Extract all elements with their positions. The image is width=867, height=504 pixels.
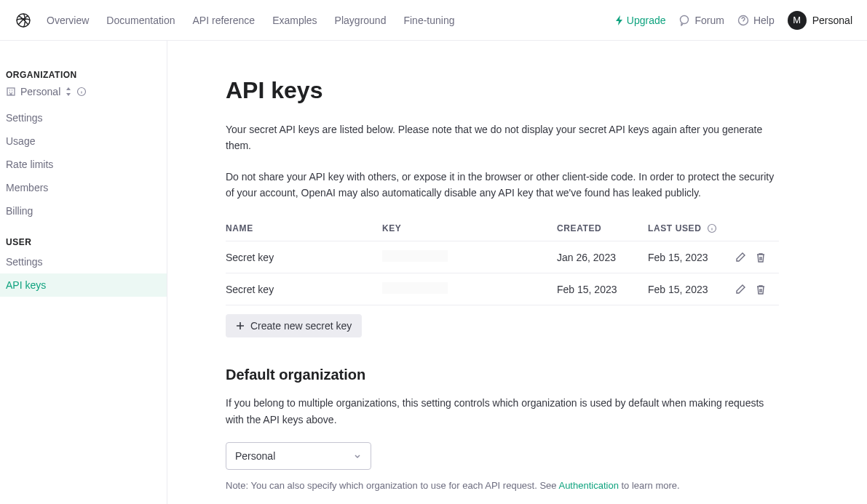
cell-name: Secret key: [226, 273, 382, 305]
sidebar-item-user-settings[interactable]: Settings: [0, 250, 167, 273]
intro-paragraph-1: Your secret API keys are listed below. P…: [226, 121, 779, 154]
cell-key: [382, 241, 557, 273]
sidebar-org-heading: ORGANIZATION: [0, 70, 167, 83]
account-menu[interactable]: M Personal: [788, 11, 852, 30]
api-keys-table: NAME KEY CREATED LAST USED Secret key: [226, 216, 779, 306]
trash-icon[interactable]: [756, 284, 766, 295]
table-row: Secret key Feb 15, 2023 Feb 15, 2023: [226, 273, 779, 305]
info-icon[interactable]: [76, 87, 87, 97]
sidebar-item-billing[interactable]: Billing: [0, 199, 167, 223]
nav-examples[interactable]: Examples: [272, 15, 317, 26]
sidebar-item-members[interactable]: Members: [0, 176, 167, 199]
account-label: Personal: [812, 15, 852, 26]
org-row: Personal: [0, 83, 167, 106]
create-label: Create new secret key: [250, 320, 352, 332]
cell-name: Secret key: [226, 241, 382, 273]
th-key: KEY: [382, 216, 557, 241]
top-nav: Overview Documentation API reference Exa…: [0, 0, 867, 41]
plus-icon: [236, 321, 245, 330]
info-icon[interactable]: [707, 223, 717, 233]
page-title: API keys: [226, 77, 809, 104]
key-mask: [382, 282, 448, 294]
th-last-used: LAST USED: [648, 216, 735, 241]
intro-paragraph-2: Do not share your API key with others, o…: [226, 169, 779, 201]
sidebar-item-rate-limits[interactable]: Rate limits: [0, 153, 167, 176]
avatar-initial: M: [793, 15, 801, 25]
cell-created: Feb 15, 2023: [557, 273, 648, 305]
nav-links: Overview Documentation API reference Exa…: [47, 15, 454, 26]
cell-key: [382, 273, 557, 305]
select-value: Personal: [235, 450, 275, 462]
sidebar-user-heading: USER: [0, 237, 167, 250]
openai-logo-icon: [15, 12, 32, 29]
avatar: M: [788, 11, 807, 30]
forum-link[interactable]: Forum: [678, 15, 724, 26]
help-link[interactable]: Help: [737, 15, 775, 26]
default-org-select[interactable]: Personal: [226, 442, 371, 470]
sort-icon: [65, 87, 72, 96]
authentication-link[interactable]: Authentication: [558, 480, 618, 491]
trash-icon[interactable]: [756, 252, 766, 263]
th-name: NAME: [226, 216, 382, 241]
note-prefix: Note: You can also specify which organiz…: [226, 480, 558, 491]
nav-api-reference[interactable]: API reference: [193, 15, 256, 26]
org-name-label: Personal: [20, 86, 60, 97]
th-created: CREATED: [557, 216, 648, 241]
bolt-icon: [615, 15, 624, 25]
sidebar-item-usage[interactable]: Usage: [0, 129, 167, 153]
chevron-down-icon: [353, 452, 362, 460]
cell-last-used: Feb 15, 2023: [648, 273, 735, 305]
nav-documentation[interactable]: Documentation: [106, 15, 175, 26]
nav-fine-tuning[interactable]: Fine-tuning: [403, 15, 454, 26]
footnote: Note: You can also specify which organiz…: [226, 480, 809, 491]
nav-right: Upgrade Forum Help M Personal: [615, 11, 852, 30]
cell-created: Jan 26, 2023: [557, 241, 648, 273]
row-actions: [735, 284, 779, 295]
forum-label: Forum: [694, 15, 724, 26]
key-mask: [382, 250, 448, 262]
upgrade-link[interactable]: Upgrade: [615, 15, 666, 26]
chat-icon: [678, 15, 690, 26]
th-last-used-label: LAST USED: [648, 223, 701, 233]
upgrade-label: Upgrade: [627, 15, 666, 26]
help-label: Help: [753, 15, 775, 26]
create-secret-key-button[interactable]: Create new secret key: [226, 314, 362, 337]
edit-icon[interactable]: [735, 284, 745, 295]
edit-icon[interactable]: [735, 252, 745, 263]
default-org-para: If you belong to multiple organizations,…: [226, 395, 779, 428]
cell-last-used: Feb 15, 2023: [648, 241, 735, 273]
nav-overview[interactable]: Overview: [47, 15, 89, 26]
note-suffix: to learn more.: [619, 480, 680, 491]
org-switcher[interactable]: Personal: [6, 86, 72, 97]
sidebar-item-api-keys[interactable]: API keys: [0, 273, 167, 297]
building-icon: [6, 87, 16, 97]
svg-point-1: [681, 15, 689, 23]
sidebar-item-settings[interactable]: Settings: [0, 106, 167, 129]
table-row: Secret key Jan 26, 2023 Feb 15, 2023: [226, 241, 779, 273]
nav-playground[interactable]: Playground: [335, 15, 387, 26]
sidebar: ORGANIZATION Personal Settings Usage Rat…: [0, 41, 167, 504]
help-icon: [737, 15, 749, 26]
row-actions: [735, 252, 779, 263]
default-org-heading: Default organization: [226, 367, 809, 383]
main-content: API keys Your secret API keys are listed…: [167, 41, 867, 504]
